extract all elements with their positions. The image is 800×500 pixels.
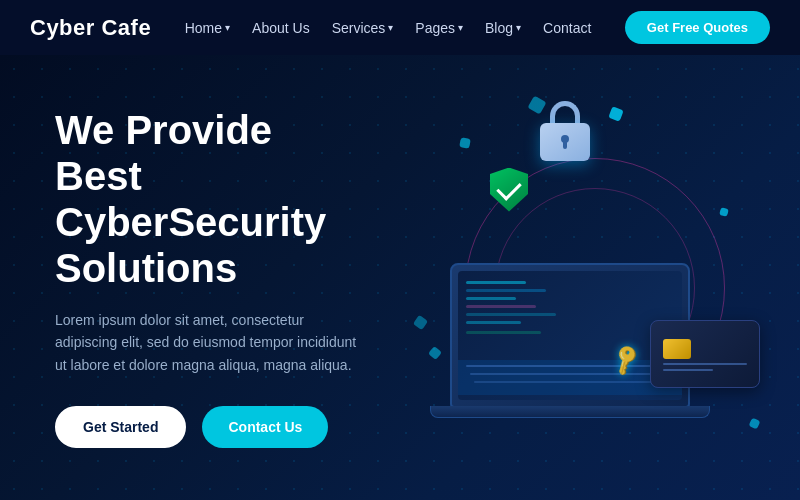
code-line xyxy=(466,281,526,284)
card-chip-strip xyxy=(663,339,691,359)
laptop-base xyxy=(430,406,710,418)
get-free-quotes-button[interactable]: Get Free Quotes xyxy=(625,11,770,44)
nav-links: Home ▾ About Us Services ▾ Pages ▾ Blog xyxy=(185,20,592,36)
nav-item-contact[interactable]: Contact xyxy=(543,20,591,36)
card-line xyxy=(663,369,713,371)
nav-item-blog[interactable]: Blog ▾ xyxy=(485,20,521,36)
padlock-body xyxy=(540,123,590,161)
nav-pages-label: Pages xyxy=(415,20,455,36)
chevron-down-icon: ▾ xyxy=(458,22,463,33)
hero-content: We Provide Best CyberSecurity Solutions … xyxy=(0,107,420,448)
hero-title: We Provide Best CyberSecurity Solutions xyxy=(55,107,365,291)
hero-section: We Provide Best CyberSecurity Solutions … xyxy=(0,55,800,500)
float-square-5 xyxy=(428,345,442,359)
code-line xyxy=(466,321,521,324)
hero-buttons: Get Started Contact Us xyxy=(55,406,365,448)
nav-item-about[interactable]: About Us xyxy=(252,20,310,36)
nav-item-services[interactable]: Services ▾ xyxy=(332,20,394,36)
code-line xyxy=(466,289,546,292)
nav-blog-label: Blog xyxy=(485,20,513,36)
float-square-6 xyxy=(749,417,761,429)
nav-item-pages[interactable]: Pages ▾ xyxy=(415,20,463,36)
navbar: Cyber Cafe Home ▾ About Us Services ▾ Pa… xyxy=(0,0,800,55)
contact-us-button[interactable]: Contact Us xyxy=(202,406,328,448)
nav-contact-label: Contact xyxy=(543,20,591,36)
card-line xyxy=(663,363,747,365)
padlock-shackle xyxy=(550,101,580,125)
chevron-down-icon: ▾ xyxy=(225,22,230,33)
code-line xyxy=(466,297,516,300)
padlock-keyhole xyxy=(561,135,569,143)
float-square-1 xyxy=(608,106,623,121)
float-square-7 xyxy=(413,314,428,329)
shield-icon xyxy=(490,168,528,212)
nav-home-label: Home xyxy=(185,20,222,36)
code-line xyxy=(466,313,556,316)
shield-checkmark xyxy=(496,175,521,200)
float-square-2 xyxy=(459,137,471,149)
card-lines xyxy=(663,363,747,375)
brand-logo[interactable]: Cyber Cafe xyxy=(30,15,151,41)
padlock-icon xyxy=(540,123,590,161)
hero-description: Lorem ipsum dolor sit amet, consectetur … xyxy=(55,309,365,376)
hero-illustration: 🔑 xyxy=(410,88,780,468)
chevron-down-icon: ▾ xyxy=(388,22,393,33)
nav-about-label: About Us xyxy=(252,20,310,36)
credit-card xyxy=(650,320,760,388)
laptop-screen-content xyxy=(458,271,682,400)
code-line xyxy=(466,305,536,308)
float-square-3 xyxy=(527,95,546,114)
nav-services-label: Services xyxy=(332,20,386,36)
float-square-4 xyxy=(719,207,729,217)
shield-shape xyxy=(490,168,528,212)
chevron-down-icon: ▾ xyxy=(516,22,521,33)
get-started-button[interactable]: Get Started xyxy=(55,406,186,448)
code-line xyxy=(466,331,541,334)
nav-item-home[interactable]: Home ▾ xyxy=(185,20,230,36)
